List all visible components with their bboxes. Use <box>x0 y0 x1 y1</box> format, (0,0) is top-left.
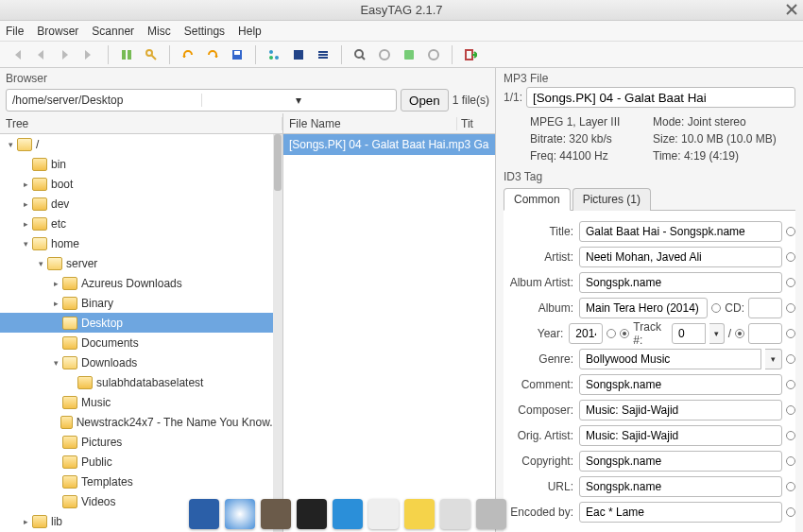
albumartist-input[interactable] <box>579 272 782 293</box>
tree-item[interactable]: ▸boot <box>0 174 282 194</box>
tree-item[interactable]: ▾home <box>0 233 282 253</box>
tab-common[interactable]: Common <box>504 188 571 211</box>
tab-pictures[interactable]: Pictures (1) <box>572 188 651 211</box>
scan-icon[interactable] <box>116 44 137 65</box>
expand-icon[interactable]: ▸ <box>51 279 60 288</box>
dock-app-music-icon[interactable] <box>333 499 363 529</box>
playlist-icon[interactable] <box>399 44 419 65</box>
cd-apply-radio[interactable] <box>786 303 795 313</box>
origartist-input[interactable] <box>579 425 782 446</box>
menu-browser[interactable]: Browser <box>37 25 78 38</box>
expand-icon[interactable]: ▸ <box>21 180 30 189</box>
copyright-apply-radio[interactable] <box>786 456 795 466</box>
menu-misc[interactable]: Misc <box>147 25 171 38</box>
file-title-header[interactable]: Tit <box>457 117 495 130</box>
tree-item[interactable]: bin <box>0 154 282 174</box>
menu-scanner[interactable]: Scanner <box>92 25 134 38</box>
cddb-icon[interactable] <box>374 44 395 65</box>
tree-item[interactable]: ▾Downloads <box>0 352 282 372</box>
chevron-down-icon[interactable]: ▾ <box>201 94 397 107</box>
tracknum-input[interactable] <box>672 323 706 344</box>
dock-app-terminal-icon[interactable] <box>297 499 327 529</box>
folder-tree[interactable]: ▾/bin▸boot▸dev▸etc▾home▾server▸Azureus D… <box>0 134 282 532</box>
tree-item[interactable]: Public <box>0 452 282 472</box>
tree-item[interactable]: ▾/ <box>0 134 282 154</box>
tree-item[interactable]: ▸Binary <box>0 293 282 313</box>
nav-prev-icon[interactable] <box>30 44 51 65</box>
track-apply-radio[interactable] <box>786 329 795 338</box>
expand-icon[interactable]: ▾ <box>21 239 30 249</box>
filename-input[interactable] <box>526 87 795 108</box>
redo-icon[interactable] <box>202 44 223 65</box>
comment-input[interactable] <box>579 374 782 395</box>
key-icon[interactable] <box>141 44 162 65</box>
open-button[interactable]: Open <box>401 89 449 112</box>
expand-icon[interactable]: ▸ <box>21 517 30 526</box>
url-input[interactable] <box>579 476 782 497</box>
tree-item[interactable]: Pictures <box>0 432 282 452</box>
origartist-apply-radio[interactable] <box>786 431 795 440</box>
file-list[interactable]: [Songs.PK] 04 - Galat Baat Hai.mp3 Ga <box>283 134 495 532</box>
year-apply-radio[interactable] <box>607 329 616 338</box>
grid-icon[interactable] <box>313 44 333 65</box>
path-combo[interactable]: /home/server/Desktop ▾ <box>6 89 397 112</box>
year-input[interactable] <box>569 323 603 344</box>
expand-icon[interactable]: ▸ <box>21 219 30 229</box>
genre-input[interactable] <box>579 349 761 369</box>
tree-item[interactable]: Music <box>0 392 282 412</box>
dock-app-easytag-icon[interactable] <box>404 499 435 529</box>
tracknum-dropdown-icon[interactable]: ▾ <box>709 323 725 344</box>
scrollbar-thumb[interactable] <box>274 134 282 191</box>
album-input[interactable] <box>579 298 708 318</box>
menu-settings[interactable]: Settings <box>184 25 225 38</box>
tree-item[interactable]: Documents <box>0 333 282 352</box>
genre-apply-radio[interactable] <box>786 354 795 364</box>
dock-app-writer-icon[interactable] <box>368 499 399 529</box>
expand-icon[interactable]: ▸ <box>51 299 60 308</box>
expand-icon[interactable]: ▸ <box>21 199 30 209</box>
dock-app-files-icon[interactable] <box>440 499 470 529</box>
nav-last-icon[interactable] <box>79 44 100 65</box>
dock-app-chromium-icon[interactable] <box>225 499 255 529</box>
copyright-input[interactable] <box>579 451 782 472</box>
file-name-header[interactable]: File Name <box>283 117 457 130</box>
file-row[interactable]: [Songs.PK] 04 - Galat Baat Hai.mp3 Ga <box>283 134 495 155</box>
tree-item[interactable]: ▸Azureus Downloads <box>0 273 282 293</box>
expand-icon[interactable]: ▾ <box>51 358 60 368</box>
dock-app-trash-icon[interactable] <box>476 499 506 529</box>
expand-icon[interactable]: ▾ <box>6 140 15 149</box>
nav-next-icon[interactable] <box>55 44 76 65</box>
url-apply-radio[interactable] <box>786 482 795 491</box>
undo-icon[interactable] <box>178 44 198 65</box>
tree-icon[interactable] <box>264 44 284 65</box>
tree-item[interactable]: ▾server <box>0 253 282 273</box>
nav-first-icon[interactable] <box>6 44 26 65</box>
tracktotal-input[interactable] <box>748 323 782 344</box>
tree-item[interactable]: ▸etc <box>0 214 282 233</box>
tracktotal-radio[interactable] <box>735 329 744 338</box>
composer-apply-radio[interactable] <box>786 405 795 415</box>
title-apply-radio[interactable] <box>786 227 795 236</box>
quit-icon[interactable] <box>460 44 481 65</box>
tree-item[interactable]: ▸dev <box>0 194 282 214</box>
tree-item[interactable]: Templates <box>0 472 282 491</box>
dock-app-gimp-icon[interactable] <box>261 499 291 529</box>
tree-item[interactable]: sulabhdatabaselatest <box>0 372 282 392</box>
scrollbar[interactable] <box>273 134 282 532</box>
genre-dropdown-icon[interactable]: ▾ <box>765 349 782 369</box>
menu-help[interactable]: Help <box>238 25 262 38</box>
dock-app-anchor-icon[interactable] <box>189 499 219 529</box>
search-icon[interactable] <box>350 44 370 65</box>
menu-file[interactable]: File <box>6 25 24 38</box>
composer-input[interactable] <box>579 400 782 420</box>
albumartist-apply-radio[interactable] <box>786 278 795 287</box>
cd-input[interactable] <box>748 298 782 318</box>
encodedby-apply-radio[interactable] <box>786 507 795 517</box>
save-icon[interactable] <box>227 44 248 65</box>
tree-item[interactable]: Newstrack24x7 - The Name You Know. T <box>0 412 282 432</box>
expand-icon[interactable]: ▾ <box>36 259 45 268</box>
list-icon[interactable] <box>288 44 309 65</box>
close-icon[interactable] <box>784 2 799 17</box>
encodedby-input[interactable] <box>579 502 782 523</box>
title-input[interactable] <box>579 221 782 242</box>
